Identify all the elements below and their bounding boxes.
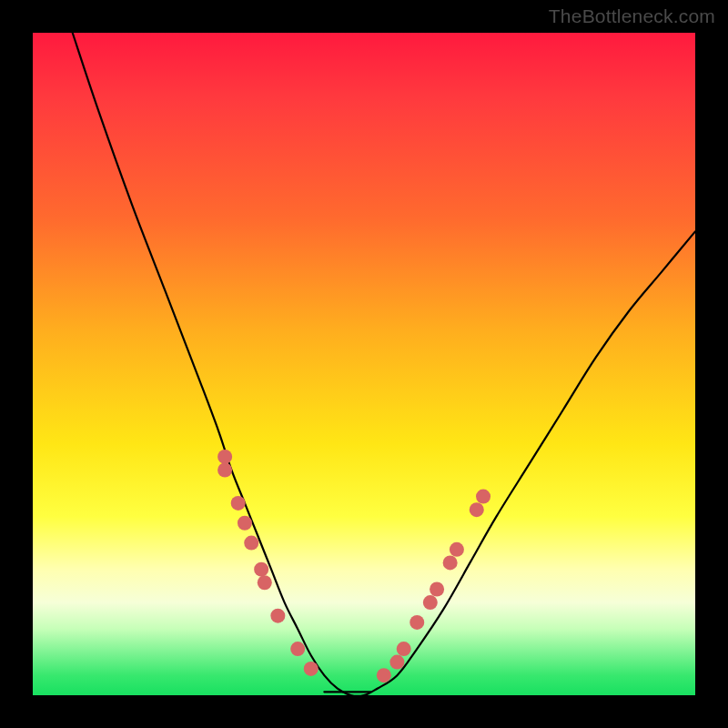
plot-area xyxy=(33,33,695,695)
marker-dot xyxy=(430,582,444,597)
marker-dot xyxy=(470,502,484,517)
bottleneck-curve xyxy=(73,33,695,696)
marker-dot xyxy=(410,615,424,630)
marker-dot xyxy=(450,542,464,557)
marker-dot xyxy=(217,450,232,464)
marker-dot xyxy=(377,668,391,682)
markers-right xyxy=(377,490,490,683)
marker-dot xyxy=(423,595,438,610)
marker-dot xyxy=(270,609,285,623)
curve-svg xyxy=(33,33,695,695)
marker-dot xyxy=(389,655,404,670)
marker-dot xyxy=(258,575,272,590)
marker-dot xyxy=(231,496,246,511)
marker-dot xyxy=(254,562,268,577)
marker-dot xyxy=(304,662,318,676)
marker-dot xyxy=(238,516,252,531)
marker-dot xyxy=(290,642,305,656)
marker-dot xyxy=(217,462,232,477)
watermark-text: TheBottleneck.com xyxy=(549,5,715,27)
chart-frame: TheBottleneck.com xyxy=(0,0,728,728)
marker-dot xyxy=(476,490,490,504)
marker-dot xyxy=(443,555,458,570)
marker-dot xyxy=(244,536,258,551)
marker-dot xyxy=(397,642,411,656)
